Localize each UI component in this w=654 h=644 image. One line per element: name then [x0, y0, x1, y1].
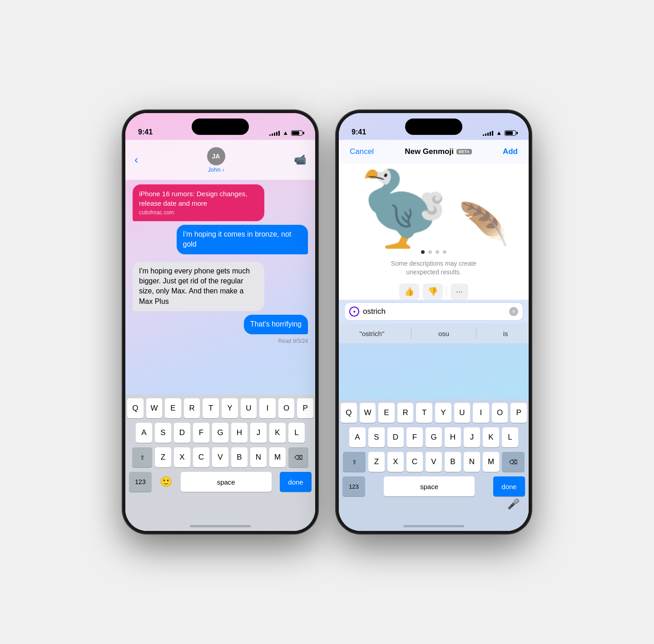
- genmoji-search-input[interactable]: ostrich ×: [344, 302, 523, 321]
- done-key-2[interactable]: done: [493, 476, 525, 496]
- key2-o[interactable]: O: [492, 403, 508, 423]
- home-bar-2: [403, 525, 464, 527]
- key-g[interactable]: G: [212, 423, 228, 443]
- key-z[interactable]: Z: [155, 447, 171, 467]
- keyboard2-row-3: ⇧ Z X C V B N M ⌫: [341, 452, 527, 472]
- message-bubble-link: iPhone 16 rumors: Design changes, releas…: [133, 184, 264, 221]
- dot-2: [428, 250, 432, 254]
- message-bubble-incoming-1: I'm hoping every phone gets much bigger.…: [133, 262, 264, 312]
- shift-key[interactable]: ⇧: [132, 447, 152, 467]
- key-w[interactable]: W: [146, 398, 163, 418]
- key2-h[interactable]: H: [445, 427, 461, 447]
- ostrich-images: 🦤 🪶: [358, 163, 509, 245]
- predictive-separator-2: [476, 328, 476, 339]
- key-x[interactable]: X: [174, 447, 190, 467]
- key2-b[interactable]: B: [445, 452, 461, 472]
- key2-c[interactable]: C: [406, 452, 423, 472]
- message-bubble-outgoing-2: That's horrifying: [244, 315, 308, 334]
- predictive-item-1[interactable]: "ostrich": [359, 330, 384, 337]
- key-s[interactable]: S: [155, 423, 171, 443]
- key-e[interactable]: E: [165, 398, 181, 418]
- thumbsup-button[interactable]: 👍: [399, 283, 419, 300]
- key-v[interactable]: V: [212, 447, 228, 467]
- battery-icon-1: [291, 130, 302, 136]
- more-options-button[interactable]: ···: [451, 283, 468, 300]
- status-icons-2: ▲: [483, 129, 516, 136]
- status-time-1: 9:41: [138, 128, 153, 136]
- key2-e[interactable]: E: [378, 403, 395, 423]
- key-u[interactable]: U: [241, 398, 257, 418]
- warning-text: Some descriptions may createunexpected r…: [391, 259, 476, 277]
- numbers-key-2[interactable]: 123: [342, 476, 365, 496]
- key-k[interactable]: K: [269, 423, 286, 443]
- key-n[interactable]: N: [250, 447, 267, 467]
- key2-x[interactable]: X: [387, 452, 404, 472]
- key-a[interactable]: A: [136, 423, 152, 443]
- genmoji-search-text: ostrich: [363, 307, 505, 316]
- key2-g[interactable]: G: [426, 427, 442, 447]
- key2-m[interactable]: M: [483, 452, 499, 472]
- add-button[interactable]: Add: [503, 147, 518, 156]
- key-j[interactable]: J: [250, 423, 267, 443]
- wifi-icon-1: ▲: [282, 129, 288, 136]
- key2-f[interactable]: F: [406, 427, 423, 447]
- emoji-keyboard-button[interactable]: 🙂: [160, 476, 172, 488]
- predictive-text-row: "ostrich" osu is: [339, 323, 529, 343]
- key-d[interactable]: D: [174, 423, 190, 443]
- video-call-button[interactable]: 📹: [294, 154, 306, 166]
- link-url: cultofmac.com: [139, 209, 258, 217]
- key-y[interactable]: Y: [222, 398, 238, 418]
- key-r[interactable]: R: [184, 398, 200, 418]
- genmoji-clear-button[interactable]: ×: [509, 307, 518, 316]
- key-f[interactable]: F: [193, 423, 209, 443]
- keyboard-1: Q W E R T Y U I O P A S D F G H J K: [125, 395, 315, 531]
- key2-n[interactable]: N: [464, 452, 480, 472]
- mic-button-2[interactable]: 🎤: [507, 498, 520, 510]
- key-p[interactable]: P: [297, 398, 313, 418]
- dynamic-island-2: [405, 119, 462, 135]
- key2-r[interactable]: R: [397, 403, 414, 423]
- predictive-item-3[interactable]: is: [503, 330, 508, 337]
- key2-y[interactable]: Y: [435, 403, 451, 423]
- predictive-item-2[interactable]: osu: [438, 330, 449, 337]
- key2-l[interactable]: L: [502, 427, 518, 447]
- space-key[interactable]: space: [181, 472, 272, 492]
- key-m[interactable]: M: [269, 447, 286, 467]
- thumbsdown-button[interactable]: 👎: [423, 283, 443, 300]
- key2-q[interactable]: Q: [341, 403, 357, 423]
- key2-u[interactable]: U: [454, 403, 471, 423]
- back-button[interactable]: ‹: [134, 154, 138, 166]
- status-icons-1: ▲: [269, 129, 302, 136]
- key2-i[interactable]: I: [473, 403, 489, 423]
- key-o[interactable]: O: [278, 398, 295, 418]
- keyboard-row-2: A S D F G H J K L: [127, 423, 313, 443]
- shift-key-2[interactable]: ⇧: [343, 452, 366, 472]
- key-h[interactable]: H: [231, 423, 248, 443]
- key2-d[interactable]: D: [387, 427, 404, 447]
- key2-t[interactable]: T: [416, 403, 432, 423]
- key-q[interactable]: Q: [127, 398, 144, 418]
- cancel-button[interactable]: Cancel: [350, 147, 374, 156]
- key2-k[interactable]: K: [483, 427, 499, 447]
- contact-info[interactable]: JA John ›: [207, 147, 225, 173]
- key2-s[interactable]: S: [368, 427, 385, 447]
- delete-key-2[interactable]: ⌫: [502, 452, 525, 472]
- key-b[interactable]: B: [231, 447, 248, 467]
- space-key-2[interactable]: space: [384, 476, 475, 496]
- key2-a[interactable]: A: [349, 427, 366, 447]
- key2-z[interactable]: Z: [368, 452, 385, 472]
- key2-p[interactable]: P: [510, 403, 527, 423]
- key2-v[interactable]: V: [426, 452, 442, 472]
- key2-j[interactable]: J: [464, 427, 480, 447]
- key-i[interactable]: I: [259, 398, 276, 418]
- contact-avatar: JA: [207, 147, 225, 165]
- key-c[interactable]: C: [193, 447, 209, 467]
- key2-w[interactable]: W: [360, 403, 376, 423]
- done-key[interactable]: done: [280, 472, 312, 492]
- key-t[interactable]: T: [203, 398, 219, 418]
- link-text: iPhone 16 rumors: Design changes, releas…: [139, 189, 258, 208]
- phone-1-screen: 9:41 ▲ ‹ JA John ›: [125, 113, 315, 531]
- numbers-key[interactable]: 123: [129, 472, 152, 492]
- key-l[interactable]: L: [288, 423, 305, 443]
- delete-key[interactable]: ⌫: [288, 447, 308, 467]
